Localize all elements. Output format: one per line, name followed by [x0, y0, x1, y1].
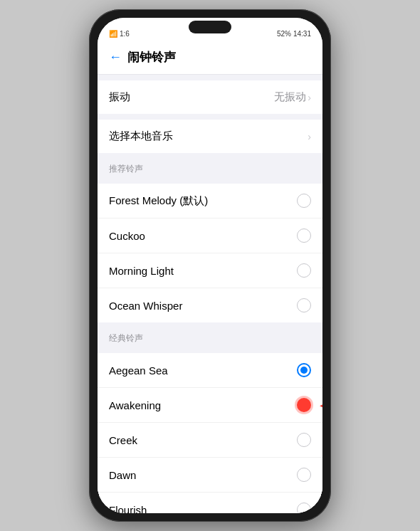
- list-item[interactable]: Forest Melody (默认): [98, 184, 322, 219]
- cursor-arrow: ◄: [317, 397, 322, 414]
- list-item[interactable]: Creek: [98, 423, 322, 458]
- radio-creek[interactable]: [297, 433, 311, 447]
- recommended-section: 推荐铃声 Forest Melody (默认) Cuckoo Morning L…: [98, 159, 322, 322]
- list-item[interactable]: Aegean Sea: [98, 353, 322, 388]
- classic-header: 经典铃声: [98, 328, 322, 347]
- list-item[interactable]: Cuckoo: [98, 219, 322, 253]
- status-text: 1:6: [120, 30, 130, 38]
- classic-list: Aegean Sea Awakening ◄ Cree: [98, 353, 322, 513]
- status-left: 📶 1:6: [109, 30, 130, 38]
- radio-forest[interactable]: [297, 194, 311, 208]
- camera-notch: [189, 21, 231, 33]
- screen-content: ← 闹钟铃声 振动 无振动 › 选择本: [98, 43, 322, 513]
- radio-aegean[interactable]: [297, 363, 311, 377]
- list-item[interactable]: Dawn: [98, 458, 322, 493]
- list-item[interactable]: Awakening ◄: [98, 388, 322, 423]
- local-music-chevron: ›: [308, 131, 311, 142]
- classic-section: 经典铃声 Aegean Sea Awakening ◄: [98, 328, 322, 513]
- time-text: 14:31: [293, 30, 311, 38]
- battery-text: 52%: [277, 30, 291, 38]
- list-item[interactable]: Flourish: [98, 493, 322, 513]
- radio-cuckoo[interactable]: [297, 228, 311, 243]
- radio-dawn[interactable]: [297, 468, 311, 482]
- phone-screen: 📶 1:6 52% 14:31 ← 闹钟铃声 振动: [98, 18, 322, 513]
- status-right: 52% 14:31: [277, 30, 311, 38]
- list-item[interactable]: Morning Light: [98, 253, 322, 288]
- vibration-label: 振动: [109, 90, 130, 104]
- local-music-row[interactable]: 选择本地音乐 ›: [98, 120, 322, 153]
- signal-icon: 📶: [109, 30, 117, 38]
- radio-awakening[interactable]: [297, 398, 311, 412]
- vibration-chevron: ›: [308, 92, 311, 103]
- radio-flourish[interactable]: [297, 503, 311, 513]
- page-title: 闹钟铃声: [127, 49, 176, 65]
- list-item[interactable]: Ocean Whisper: [98, 288, 322, 322]
- recommended-header: 推荐铃声: [98, 159, 322, 178]
- radio-morning[interactable]: [297, 263, 311, 278]
- vibration-value: 无振动 ›: [274, 90, 311, 104]
- recommended-list: Forest Melody (默认) Cuckoo Morning Light: [98, 184, 322, 322]
- local-music-label: 选择本地音乐: [109, 130, 173, 143]
- page-header: ← 闹钟铃声: [98, 43, 322, 75]
- status-bar: 📶 1:6 52% 14:31: [98, 18, 322, 43]
- sections-container: 振动 无振动 › 选择本地音乐 › 推荐铃声: [98, 75, 322, 513]
- radio-ocean[interactable]: [297, 298, 311, 312]
- phone-frame: 📶 1:6 52% 14:31 ← 闹钟铃声 振动: [89, 9, 331, 522]
- back-button[interactable]: ←: [109, 50, 122, 65]
- vibration-row[interactable]: 振动 无振动 ›: [98, 80, 322, 114]
